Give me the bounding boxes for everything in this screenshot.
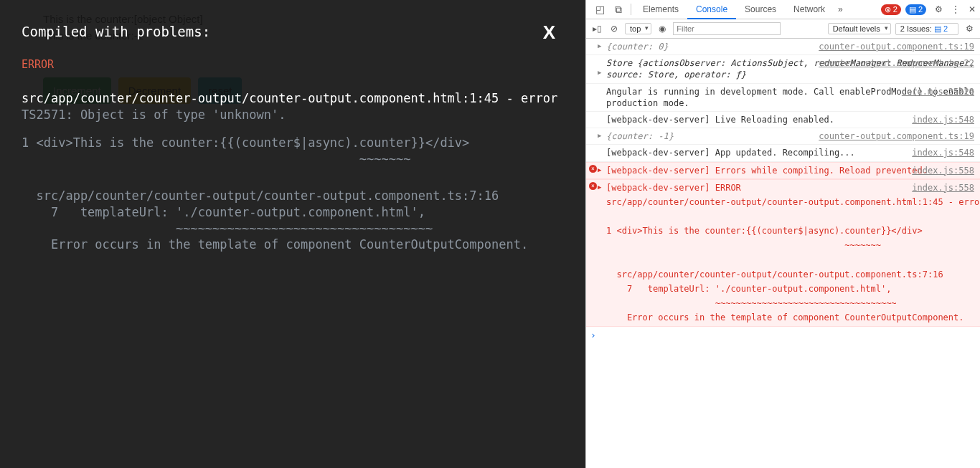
error-trace-line: 7 templateUrl: './counter-output.compone… xyxy=(22,204,564,221)
error-count: 2 xyxy=(893,5,897,14)
log-text: [webpack-dev-server] ERROR xyxy=(606,183,741,193)
issues-button[interactable]: 2 Issues: ▤ 2 xyxy=(895,23,958,35)
device-toggle-icon[interactable]: ⧉ xyxy=(609,4,628,16)
compile-error-overlay: X Compiled with problems: ERROR src/app/… xyxy=(0,0,585,468)
disclosure-icon[interactable]: ▶ xyxy=(598,183,601,191)
error-detail-line: Error occurs in the template of componen… xyxy=(606,312,974,323)
log-source-link[interactable]: core.mjs:25229 xyxy=(902,86,974,97)
log-source-link[interactable]: counter-output.component.ts:22 xyxy=(819,57,974,69)
console-error-row: × ▶ [webpack-dev-server] Errors while co… xyxy=(586,162,980,179)
console-toolbar: ▸▯ ⊘ top ◉ Default levels 2 Issues: ▤ 2 … xyxy=(586,19,980,39)
clear-console-icon[interactable]: ⊘ xyxy=(608,24,621,34)
execution-context-select[interactable]: top xyxy=(625,23,651,34)
log-source-link[interactable]: counter-output.component.ts:19 xyxy=(819,130,974,142)
tab-console[interactable]: Console xyxy=(687,0,736,19)
error-detail-line: src/app/counter/counter-output/counter-o… xyxy=(606,196,974,208)
log-text: [webpack-dev-server] Live Reloading enab… xyxy=(606,115,834,125)
error-detail-line: 7 templateUrl: './counter-output.compone… xyxy=(606,283,974,295)
error-detail-line: 1 <div>This is the counter:{{(counter$|a… xyxy=(606,225,974,237)
issues-count: ▤ 2 xyxy=(934,24,948,33)
tab-sources[interactable]: Sources xyxy=(736,0,785,19)
error-ts-message: TS2571: Object is of type 'unknown'. xyxy=(22,107,564,123)
more-tabs-icon[interactable]: » xyxy=(834,4,847,14)
live-expression-icon[interactable]: ◉ xyxy=(656,24,669,34)
console-output[interactable]: ▶ {counter: 0} counter-output.component.… xyxy=(586,39,980,468)
devtools-close-icon[interactable]: ✕ xyxy=(964,4,980,14)
console-prompt[interactable] xyxy=(586,327,980,343)
error-detail-line xyxy=(606,254,974,266)
error-detail-line xyxy=(606,211,974,222)
error-icon: × xyxy=(589,165,597,173)
more-menu-icon[interactable]: ⋮ xyxy=(947,4,964,14)
disclosure-icon[interactable]: ▶ xyxy=(598,166,601,174)
console-filter-input[interactable] xyxy=(673,22,781,35)
issues-label: 2 Issues: xyxy=(900,24,932,33)
error-trace-msg: Error occurs in the template of componen… xyxy=(22,237,564,253)
overlay-title: Compiled with problems: xyxy=(22,23,564,42)
log-source-link[interactable]: index.js:558 xyxy=(912,165,974,176)
error-underline-2: ~~~~~~~~~~~~~~~~~~~~~~~~~~~~~~~~~~~ xyxy=(22,221,564,237)
error-detail-line: ~~~~~~~ xyxy=(606,239,974,251)
app-viewport: This is the counter:[object Object] This… xyxy=(0,0,585,468)
info-count-badge[interactable]: ▤ 2 xyxy=(905,4,926,15)
console-sidebar-icon[interactable]: ▸▯ xyxy=(590,24,603,34)
error-count-badge[interactable]: ⊗ 2 xyxy=(881,4,901,15)
error-trace-file: src/app/counter/counter-output/counter-o… xyxy=(22,188,564,204)
tab-separator xyxy=(631,4,631,15)
log-object[interactable]: {counter: -1} xyxy=(606,131,674,141)
devtools-panel: ◰ ⧉ Elements Console Sources Network » ⊗… xyxy=(585,0,980,468)
error-underline-1: ~~~~~~~ xyxy=(22,151,564,168)
disclosure-icon[interactable]: ▶ xyxy=(598,68,601,77)
error-detail-line: ~~~~~~~~~~~~~~~~~~~~~~~~~~~~~~~~~~~ xyxy=(606,297,974,309)
log-source-link[interactable]: counter-output.component.ts:19 xyxy=(819,41,974,52)
info-count: 2 xyxy=(918,5,923,14)
disclosure-icon[interactable]: ▶ xyxy=(598,131,601,140)
error-detail-line: src/app/counter/counter-output/counter-o… xyxy=(606,269,974,280)
log-levels-select[interactable]: Default levels xyxy=(828,23,891,34)
console-row: [webpack-dev-server] App updated. Recomp… xyxy=(586,145,980,161)
disclosure-icon[interactable]: ▶ xyxy=(598,42,601,50)
console-error-row: × ▶ [webpack-dev-server] ERROR index.js:… xyxy=(586,179,980,327)
console-row: ▶ {counter: -1} counter-output.component… xyxy=(586,128,980,145)
error-location: src/app/counter/counter-output/counter-o… xyxy=(22,90,564,107)
inspect-icon[interactable]: ◰ xyxy=(590,4,609,15)
console-row: counter-output.component.ts:22 ▶ Store {… xyxy=(586,55,980,83)
tab-network[interactable]: Network xyxy=(785,0,834,19)
devtools-tab-strip: ◰ ⧉ Elements Console Sources Network » ⊗… xyxy=(586,0,980,19)
error-code-line: 1 <div>This is the counter:{{(counter$|a… xyxy=(22,135,564,151)
settings-icon[interactable]: ⚙ xyxy=(930,4,947,14)
log-source-link[interactable]: index.js:558 xyxy=(912,182,974,194)
error-label: ERROR xyxy=(22,57,564,72)
error-icon: × xyxy=(589,182,597,190)
log-source-link[interactable]: index.js:548 xyxy=(912,147,974,158)
log-object[interactable]: {counter: 0} xyxy=(606,42,669,52)
console-row: ▶ {counter: 0} counter-output.component.… xyxy=(586,39,980,55)
log-source-link[interactable]: index.js:548 xyxy=(912,114,974,125)
console-row: Angular is running in development mode. … xyxy=(586,84,980,112)
overlay-close-button[interactable]: X xyxy=(543,20,555,45)
tab-elements[interactable]: Elements xyxy=(634,0,687,19)
log-text: [webpack-dev-server] Errors while compil… xyxy=(606,166,928,176)
log-text: [webpack-dev-server] App updated. Recomp… xyxy=(606,148,855,158)
console-settings-icon[interactable]: ⚙ xyxy=(963,24,976,34)
console-row: [webpack-dev-server] Live Reloading enab… xyxy=(586,112,980,128)
